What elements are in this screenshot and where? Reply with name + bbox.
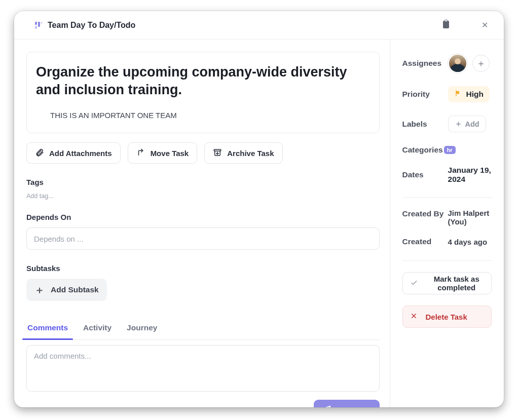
add-assignee-button[interactable]: ＋ bbox=[472, 55, 490, 72]
button-label: Add bbox=[465, 120, 479, 128]
labels-label: Labels bbox=[402, 120, 448, 129]
created-label: Created bbox=[402, 237, 448, 246]
button-label: Add Attachments bbox=[49, 149, 112, 158]
category-chip[interactable]: hr bbox=[444, 146, 456, 154]
created-by-row: Created By Jim Halpert (You) bbox=[402, 209, 492, 226]
button-label: Mark task as completed bbox=[429, 275, 484, 292]
svg-rect-1 bbox=[35, 26, 37, 29]
assignees-row: Assignees ＋ bbox=[402, 54, 492, 73]
divider bbox=[402, 260, 492, 261]
dates-label: Dates bbox=[402, 170, 448, 179]
priority-value: High bbox=[466, 90, 484, 99]
task-title[interactable]: Organize the upcoming company-wide diver… bbox=[32, 63, 370, 99]
add-tag-input[interactable]: Add tag... bbox=[26, 193, 380, 200]
clipboard-button[interactable] bbox=[439, 18, 453, 32]
labels-row: Labels ＋ Add bbox=[402, 116, 492, 132]
delete-task-button[interactable]: Delete Task bbox=[402, 306, 492, 328]
priority-row: Priority High bbox=[402, 86, 492, 102]
created-value: 4 days ago bbox=[448, 238, 488, 246]
task-title-block: Organize the upcoming company-wide diver… bbox=[26, 52, 380, 133]
breadcrumb-text: Team Day To Day/Todo bbox=[48, 21, 135, 30]
dates-value[interactable]: January 19, 2024 bbox=[448, 166, 492, 184]
depends-on-label: Depends On bbox=[26, 213, 380, 221]
tab-comments[interactable]: Comments bbox=[26, 319, 69, 339]
priority-label: Priority bbox=[402, 90, 448, 99]
button-label: Archive Task bbox=[227, 149, 274, 158]
close-icon: ✕ bbox=[481, 20, 488, 30]
mark-complete-button[interactable]: Mark task as completed bbox=[402, 272, 492, 294]
close-icon bbox=[410, 312, 418, 321]
send-icon bbox=[323, 405, 331, 407]
move-task-button[interactable]: Move Task bbox=[128, 142, 198, 164]
depends-on-input[interactable] bbox=[26, 227, 380, 250]
plus-icon: ＋ bbox=[455, 119, 462, 129]
created-by-label: Created By bbox=[402, 209, 448, 219]
svg-rect-3 bbox=[41, 22, 42, 24]
action-row: Add Attachments Move Task bbox=[26, 142, 380, 164]
plus-icon: ＋ bbox=[34, 285, 45, 295]
breadcrumb[interactable]: Team Day To Day/Todo bbox=[34, 21, 135, 30]
subtasks-label: Subtasks bbox=[26, 264, 380, 273]
sidebar: Assignees ＋ Priority High bbox=[390, 40, 504, 407]
comment-input[interactable] bbox=[26, 345, 380, 392]
archive-task-button[interactable]: Archive Task bbox=[204, 142, 282, 164]
tags-label: Tags bbox=[26, 178, 380, 186]
main-column: Organize the upcoming company-wide diver… bbox=[14, 40, 390, 407]
clipboard-icon bbox=[442, 20, 450, 31]
flag-icon bbox=[454, 89, 462, 99]
archive-icon bbox=[213, 148, 222, 159]
paperclip-icon bbox=[35, 148, 44, 159]
assignees-label: Assignees bbox=[402, 59, 448, 68]
svg-rect-0 bbox=[35, 22, 37, 25]
add-subtask-button[interactable]: ＋ Add Subtask bbox=[26, 279, 107, 301]
check-icon bbox=[410, 279, 418, 288]
svg-rect-2 bbox=[38, 22, 40, 27]
assignee-avatar[interactable] bbox=[448, 54, 467, 73]
categories-row: Categories hr bbox=[402, 145, 492, 155]
move-icon bbox=[136, 148, 145, 159]
add-label-button[interactable]: ＋ Add bbox=[448, 116, 486, 132]
dates-row: Dates January 19, 2024 bbox=[402, 166, 492, 184]
close-button[interactable]: ✕ bbox=[477, 18, 492, 32]
tab-journey[interactable]: Journey bbox=[126, 319, 158, 339]
categories-label: Categories bbox=[402, 145, 443, 155]
plus-icon: ＋ bbox=[476, 57, 486, 69]
comment-submit-button[interactable]: Comment bbox=[314, 400, 379, 407]
button-label: Delete Task bbox=[426, 313, 467, 321]
task-modal: Team Day To Day/Todo ✕ Organize the upco… bbox=[14, 11, 504, 407]
add-attachments-button[interactable]: Add Attachments bbox=[26, 142, 121, 164]
button-label: Move Task bbox=[151, 149, 189, 158]
svg-rect-5 bbox=[444, 20, 448, 21]
button-label: Add Subtask bbox=[51, 285, 99, 294]
tab-activity[interactable]: Activity bbox=[82, 319, 113, 339]
priority-pill[interactable]: High bbox=[448, 86, 490, 102]
task-description[interactable]: THIS IS AN IMPORTANT ONE TEAM bbox=[32, 111, 370, 120]
divider bbox=[402, 197, 492, 198]
created-row: Created 4 days ago bbox=[402, 237, 492, 246]
created-by-value: Jim Halpert (You) bbox=[448, 209, 492, 226]
svg-rect-4 bbox=[443, 21, 449, 28]
tabs: Comments Activity Journey bbox=[26, 319, 380, 340]
modal-header: Team Day To Day/Todo ✕ bbox=[14, 11, 504, 40]
button-label: Comment bbox=[335, 406, 370, 407]
board-icon bbox=[34, 21, 43, 29]
